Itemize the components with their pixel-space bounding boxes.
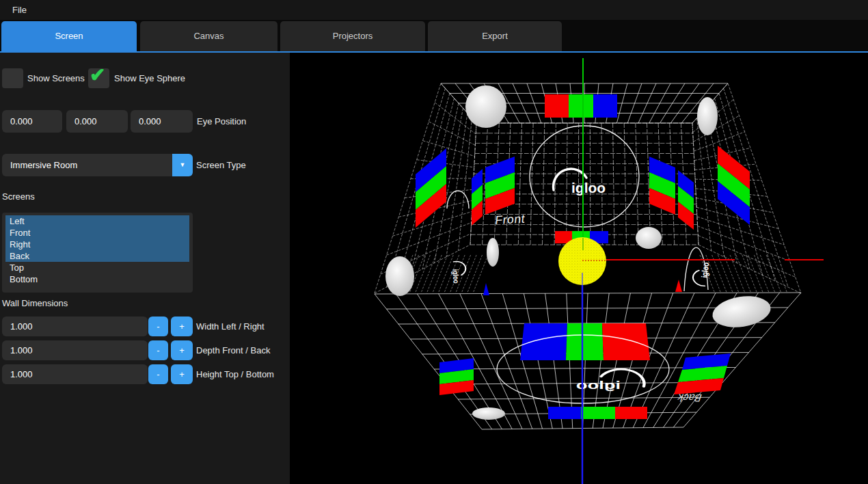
listbox-item-left[interactable]: Left	[5, 215, 189, 227]
left-wall-rgb-patch	[416, 148, 446, 228]
listbox-item-right[interactable]: Right	[5, 239, 189, 250]
floor-left-rgb-patch	[439, 358, 474, 395]
settings-panel: Show Screens ✔ Show Eye Sphere Eye Posit…	[0, 53, 290, 484]
show-screens-checkbox[interactable]	[2, 68, 23, 88]
show-eye-sphere-label: Show Eye Sphere	[114, 68, 185, 88]
front-wall-right-rgb-patch	[649, 157, 675, 215]
screens-listbox[interactable]: Left Front Right Back Top Bottom	[2, 213, 193, 293]
depth-minus-button[interactable]: -	[148, 340, 168, 360]
eye-sphere	[558, 237, 606, 285]
ceiling-rgb-bar	[545, 94, 617, 118]
tab-screen[interactable]: Screen	[1, 21, 137, 51]
blue-cone-marker	[483, 283, 489, 295]
show-screens-label: Show Screens	[27, 68, 85, 88]
listbox-item-back[interactable]: Back	[5, 250, 189, 262]
tab-canvas[interactable]: Canvas	[140, 21, 277, 51]
right-wall-rgb-patch	[718, 146, 750, 225]
screen-type-value: Immersive Room	[10, 154, 77, 176]
depth-front-back-label: Depth Front / Back	[196, 340, 270, 360]
room-3d-scene: igloo	[290, 53, 868, 484]
screen-type-label: Screen Type	[196, 154, 246, 176]
tab-projectors[interactable]: Projectors	[280, 21, 425, 51]
red-cone-marker	[675, 280, 682, 292]
front-wall-label: Front	[495, 212, 526, 227]
listbox-item-front[interactable]: Front	[5, 227, 189, 239]
igloo-logo-floor-mirrored	[576, 369, 645, 391]
eye-position-z-input[interactable]	[131, 110, 193, 133]
wall-dimensions-section-label: Wall Dimensions	[2, 298, 68, 308]
screen-type-select[interactable]: Immersive Room ▼	[2, 154, 193, 176]
left-wall-rgb-sliver	[472, 169, 483, 226]
igloo-logo-front	[554, 169, 606, 196]
right-wall-rgb-sliver	[678, 170, 694, 230]
eye-position-y-input[interactable]	[66, 110, 128, 133]
width-left-right-input[interactable]	[2, 317, 148, 336]
file-menu[interactable]: File	[0, 0, 39, 20]
height-minus-button[interactable]: -	[148, 364, 168, 384]
application-window: File Screen Canvas Projectors Export Sho…	[0, 0, 868, 484]
eye-position-x-input[interactable]	[2, 110, 62, 133]
tab-export[interactable]: Export	[428, 21, 562, 51]
left-wall-arc	[447, 191, 469, 209]
chevron-down-icon[interactable]: ▼	[172, 154, 193, 176]
height-plus-button[interactable]: +	[171, 364, 193, 384]
floor-rgb-bar	[520, 323, 650, 360]
tab-bar: Screen Canvas Projectors Export	[0, 20, 868, 53]
right-lower-hatch	[290, 53, 787, 293]
igloo-logo-left-wall	[450, 261, 467, 284]
check-icon: ✔	[90, 66, 105, 85]
front-wall-left-rgb-patch	[485, 157, 515, 215]
floor-right-rgb-patch	[674, 353, 731, 394]
screens-section-label: Screens	[2, 191, 35, 202]
left-lower-hatch	[290, 53, 488, 293]
width-plus-button[interactable]: +	[171, 317, 193, 336]
width-left-right-label: Width Left / Right	[196, 317, 265, 336]
back-wall-rgb-bar	[548, 407, 647, 419]
room-3d-viewport[interactable]: igloo	[290, 53, 868, 484]
menu-bar: File	[0, 0, 868, 20]
height-top-bottom-input[interactable]	[2, 364, 148, 384]
eye-position-label: Eye Position	[197, 110, 246, 133]
listbox-item-top[interactable]: Top	[5, 262, 189, 273]
height-top-bottom-label: Height Top / Bottom	[196, 364, 274, 384]
width-minus-button[interactable]: -	[148, 317, 168, 336]
depth-front-back-input[interactable]	[2, 340, 148, 360]
back-wall-label: Back	[676, 392, 703, 403]
listbox-item-bottom[interactable]: Bottom	[5, 273, 189, 285]
depth-plus-button[interactable]: +	[171, 340, 193, 360]
